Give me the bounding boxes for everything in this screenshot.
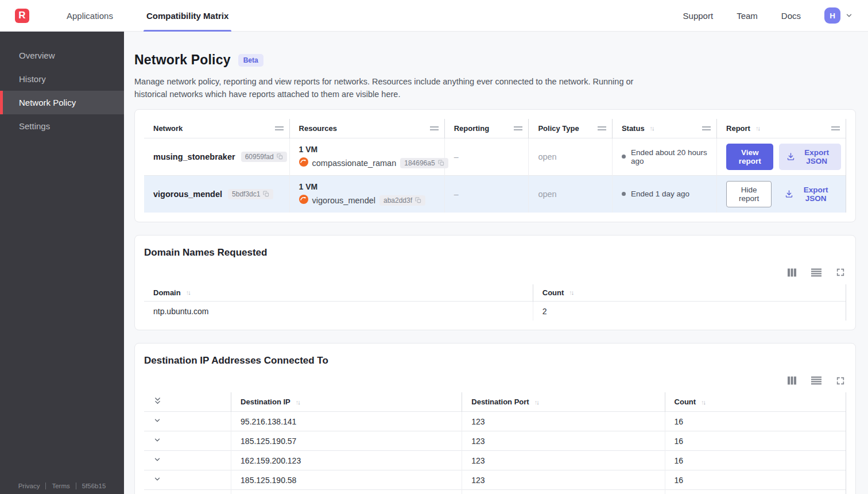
column-drag-handle-icon[interactable]: [275, 126, 284, 130]
col-header-status[interactable]: Status↑↓: [612, 119, 716, 138]
column-drag-handle-icon[interactable]: [702, 126, 711, 130]
destination-row: 162.159.200.123 123 16: [144, 451, 846, 470]
fullscreen-icon[interactable]: [836, 268, 845, 277]
chevron-down-icon[interactable]: [153, 436, 161, 444]
reporting-value: –: [454, 152, 459, 161]
vm-qemu-icon: [299, 195, 308, 206]
primary-tabs: Applications Compatibility Matrix: [50, 0, 245, 32]
sidebar-item-settings[interactable]: Settings: [0, 114, 124, 138]
avatar[interactable]: H: [824, 7, 840, 24]
page-description: Manage network policy, reporting and vie…: [134, 75, 646, 101]
sort-arrows-icon[interactable]: ↑↓: [296, 399, 300, 406]
vm-qemu-icon: [299, 157, 308, 168]
domain-row: ntp.ubuntu.com 2: [144, 301, 846, 321]
privacy-link[interactable]: Privacy: [18, 483, 40, 489]
column-drag-handle-icon[interactable]: [514, 126, 522, 130]
chevron-down-icon[interactable]: [153, 456, 161, 464]
destination-ip-value: 95.216.138.141: [231, 412, 462, 431]
sort-arrows-icon[interactable]: ↑↓: [534, 399, 538, 406]
col-header-reporting: Reporting: [444, 119, 529, 138]
count-value: 16: [665, 451, 846, 470]
build-version: 5f56b15: [82, 483, 106, 489]
reporting-value: –: [454, 190, 459, 199]
destination-port-value: 123: [462, 431, 665, 451]
status-dot: [622, 155, 626, 159]
destinations-section-title: Destination IP Addresses Connected To: [144, 353, 846, 366]
count-value: 16: [665, 470, 846, 490]
link-docs[interactable]: Docs: [781, 11, 801, 21]
row-height-icon[interactable]: [811, 376, 822, 385]
columns-icon[interactable]: [787, 268, 797, 277]
tab-compatibility-matrix[interactable]: Compatibility Matrix: [130, 0, 245, 32]
count-value: 16: [665, 431, 846, 451]
table-toolbar: [144, 376, 845, 385]
domain-value: ntp.ubuntu.com: [144, 301, 533, 321]
domains-section-title: Domain Names Requested: [144, 245, 846, 258]
link-support[interactable]: Support: [683, 11, 714, 21]
chevron-down-icon[interactable]: [153, 416, 161, 424]
networks-table: Network Resources Reporting Policy Type …: [144, 119, 846, 213]
link-team[interactable]: Team: [737, 11, 758, 21]
terms-link[interactable]: Terms: [52, 483, 69, 489]
destination-row: 95.216.100.21 123 16: [144, 490, 846, 494]
status-text: Ended 1 day ago: [631, 190, 689, 198]
col-header-count[interactable]: Count↑↓: [533, 284, 846, 302]
destination-row: 185.125.190.57 123 16: [144, 431, 846, 451]
sort-arrows-icon[interactable]: ↑↓: [186, 289, 190, 296]
sidebar-item-network-policy[interactable]: Network Policy: [0, 91, 124, 114]
destination-ip-value: 185.125.190.57: [231, 431, 462, 451]
policy-type-value: open: [538, 152, 556, 161]
vm-count: 1 VM: [299, 145, 440, 154]
col-header-domain[interactable]: Domain↑↓: [144, 284, 533, 302]
double-chevron-down-icon[interactable]: [153, 396, 162, 406]
sidebar-item-history[interactable]: History: [0, 67, 124, 91]
col-header-report[interactable]: Report↑↓: [717, 119, 846, 138]
view-report-button[interactable]: View report: [726, 144, 773, 170]
sort-arrows-icon[interactable]: ↑↓: [650, 125, 654, 132]
column-drag-handle-icon[interactable]: [598, 126, 606, 130]
download-icon: [786, 152, 795, 161]
column-drag-handle-icon[interactable]: [831, 126, 840, 130]
sort-arrows-icon[interactable]: ↑↓: [701, 399, 705, 406]
brand-logo-r[interactable]: R: [15, 9, 29, 23]
col-header-count[interactable]: Count↑↓: [665, 392, 846, 412]
sort-arrows-icon[interactable]: ↑↓: [755, 125, 760, 132]
sort-arrows-icon[interactable]: ↑↓: [569, 289, 573, 296]
top-navigation: R Applications Compatibility Matrix Supp…: [0, 0, 868, 32]
copy-icon[interactable]: [438, 160, 444, 166]
export-json-button[interactable]: Export JSON: [779, 144, 841, 170]
count-value: 2: [533, 301, 846, 321]
networks-card: Network Resources Reporting Policy Type …: [134, 109, 856, 222]
copy-icon[interactable]: [263, 191, 269, 197]
tab-applications[interactable]: Applications: [50, 0, 130, 32]
chevron-down-icon[interactable]: [153, 475, 161, 483]
domains-table: Domain↑↓ Count↑↓ ntp.ubuntu.com 2: [144, 284, 846, 321]
divider: [45, 483, 46, 489]
export-json-button[interactable]: Export JSON: [777, 181, 841, 207]
network-row[interactable]: vigorous_mendel 5bdf3dc1 1 VM vigorous_m…: [144, 175, 846, 213]
destinations-table: Destination IP↑↓ Destination Port↑↓ Coun…: [144, 392, 846, 494]
domains-card: Domain Names Requested Domain↑↓ Count↑↓ …: [134, 235, 856, 331]
vm-name: vigorous_mendel: [312, 196, 375, 205]
network-id-badge: 5bdf3dc1: [228, 189, 273, 199]
row-height-icon[interactable]: [811, 268, 822, 277]
col-header-network: Network: [144, 119, 289, 138]
destination-port-value: 123: [462, 412, 665, 431]
col-header-destination-ip[interactable]: Destination IP↑↓: [231, 392, 462, 412]
fullscreen-icon[interactable]: [836, 376, 845, 385]
sidebar: Overview History Network Policy Settings…: [0, 32, 124, 494]
count-value: 16: [665, 412, 846, 431]
col-header-destination-port[interactable]: Destination Port↑↓: [462, 392, 665, 412]
chevron-down-icon[interactable]: [845, 11, 853, 20]
network-row[interactable]: musing_stonebraker 60959fad 1 VM compass…: [144, 138, 846, 175]
account-menu[interactable]: H: [824, 7, 853, 24]
column-drag-handle-icon[interactable]: [430, 126, 439, 130]
destination-row: 95.216.138.141 123 16: [144, 412, 846, 431]
copy-icon[interactable]: [277, 153, 283, 160]
columns-icon[interactable]: [787, 376, 797, 385]
download-icon: [785, 190, 793, 198]
sidebar-item-overview[interactable]: Overview: [0, 44, 124, 67]
hide-report-button[interactable]: Hide report: [726, 181, 772, 207]
destination-port-value: 123: [462, 451, 665, 470]
copy-icon[interactable]: [415, 197, 421, 203]
